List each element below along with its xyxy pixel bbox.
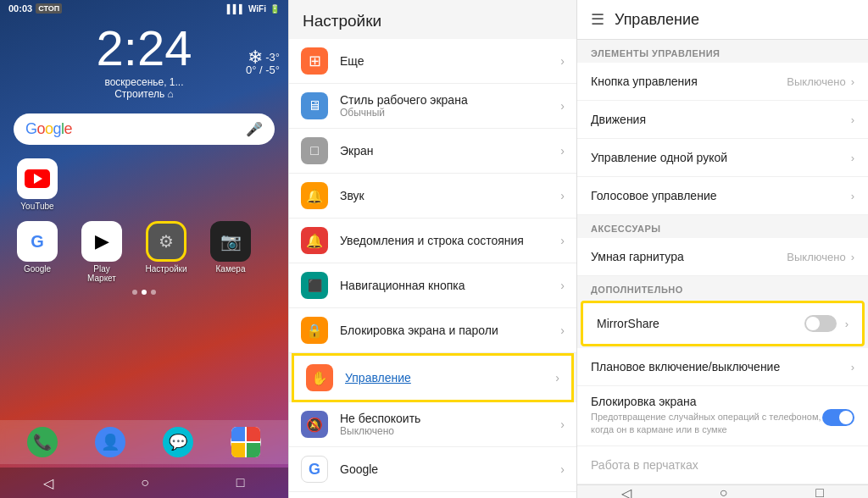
settings-icon-dnd: 🔕: [301, 411, 328, 438]
settings-sub-desktop: Обычный: [340, 107, 560, 119]
chevron-screen: ›: [560, 144, 565, 158]
mic-icon[interactable]: 🎤: [246, 121, 263, 137]
settings-label-screen: Экран: [340, 144, 374, 158]
settings-label-lock: Блокировка экрана и пароли: [340, 324, 498, 337]
control-item-gloves[interactable]: Работа в перчатках: [577, 446, 868, 484]
chevron-onehand: ›: [851, 152, 854, 164]
control-sub-lockscreen: Предотвращение случайных операций с теле…: [591, 411, 822, 437]
chevron-notif: ›: [560, 234, 565, 247]
settings-item-notifications[interactable]: 🔔 Уведомления и строка состояния ›: [289, 219, 576, 263]
settings-icon-control: ✋: [306, 364, 333, 391]
phone-screen: 00:03 СТОП ▌▌▌ WiFi 🔋 2:24 воскресенье, …: [0, 0, 288, 498]
chevron-motion: ›: [851, 113, 854, 126]
control-label-onehand: Управление одной рукой: [591, 151, 851, 164]
chevron-button: ›: [851, 75, 854, 88]
chevron-lock: ›: [560, 324, 565, 337]
recent-btn[interactable]: □: [236, 475, 245, 490]
settings-icon-sound: 🔔: [301, 182, 328, 209]
control-title: Управление: [615, 11, 699, 29]
app-grid: YouTube G Google ▶ Play Маркет ⚙ Н: [0, 145, 288, 283]
chevron-more: ›: [560, 54, 565, 68]
settings-label-control: Управление: [345, 371, 411, 385]
dock-messages[interactable]: 💬: [154, 427, 202, 457]
chevron-google: ›: [560, 462, 565, 476]
dock-contacts[interactable]: 👤: [86, 427, 134, 457]
chevron-control: ›: [555, 371, 559, 385]
settings-item-dnd[interactable]: 🔕 Не беспокоить Выключено ›: [289, 402, 576, 447]
settings-item-more[interactable]: ⊞ Еще ›: [289, 39, 576, 84]
settings-item-desktop[interactable]: 🖥 Стиль рабочего экрана Обычный ›: [289, 84, 576, 129]
nav-bar-control: ◁ ○ □: [577, 484, 868, 498]
control-item-voice[interactable]: Голосовое управление ›: [577, 177, 868, 215]
settings-item-control[interactable]: ✋ Управление ›: [292, 353, 574, 402]
control-item-onehand[interactable]: Управление одной рукой ›: [577, 139, 868, 177]
battery-icon: 🔋: [270, 4, 280, 14]
settings-label-dnd: Не беспокоить: [340, 412, 560, 425]
hamburger-icon: ☰: [591, 10, 604, 29]
search-bar[interactable]: Google 🎤: [14, 113, 275, 145]
control-label-gloves: Работа в перчатках: [591, 458, 854, 472]
home-btn-control[interactable]: ○: [720, 485, 728, 498]
section-accessories-header: АКСЕССУАРЫ: [577, 215, 868, 238]
lockscreen-row: Блокировка экрана Предотвращение случайн…: [591, 395, 854, 437]
control-label-schedule: Плановое включение/выключение: [591, 360, 851, 374]
settings-label-more: Еще: [340, 54, 364, 68]
settings-item-navbtn[interactable]: ⬛ Навигационная кнопка ›: [289, 263, 576, 308]
app-camera[interactable]: 📷 Камера: [207, 221, 254, 283]
settings-item-screen[interactable]: □ Экран ›: [289, 129, 576, 174]
chevron-navbtn: ›: [560, 279, 565, 292]
section-elements-header: ЭЛЕМЕНТЫ УПРАВЛЕНИЯ: [577, 40, 868, 63]
control-label-mirrorshare: MirrorShare: [597, 317, 804, 330]
control-item-headset[interactable]: Умная гарнитура Выключено ›: [577, 238, 868, 276]
toggle-lockscreen[interactable]: [822, 409, 854, 426]
chevron-sound: ›: [560, 189, 565, 202]
settings-label-google: Google: [340, 462, 378, 476]
chevron-mirrorshare: ›: [845, 318, 849, 330]
control-item-mirrorshare[interactable]: MirrorShare ›: [581, 301, 865, 346]
page-dots: [0, 290, 288, 295]
settings-panel: Настройки ⊞ Еще › 🖥 Стиль рабочего экран…: [288, 0, 576, 498]
control-value-headset: Выключено: [787, 251, 845, 263]
settings-label-notif: Уведомления и строка состояния: [340, 234, 524, 247]
temp-display: -3° 0° / -5°: [246, 51, 280, 76]
status-time: 00:03: [8, 3, 32, 14]
app-youtube[interactable]: YouTube: [14, 158, 61, 211]
back-btn[interactable]: ◁: [43, 475, 53, 491]
dot-2: [142, 290, 147, 295]
app-youtube-label: YouTube: [20, 202, 53, 211]
control-item-schedule[interactable]: Плановое включение/выключение ›: [577, 348, 868, 386]
control-item-lockscreen[interactable]: Блокировка экрана Предотвращение случайн…: [577, 386, 868, 446]
status-bar: 00:03 СТОП ▌▌▌ WiFi 🔋: [0, 0, 288, 17]
dot-3: [151, 290, 156, 295]
settings-item-sound[interactable]: 🔔 Звук ›: [289, 174, 576, 219]
app-settings-label: Настройки: [145, 264, 186, 274]
settings-icon-google: G: [301, 456, 328, 483]
settings-icon-notif: 🔔: [301, 227, 328, 254]
recent-btn-control[interactable]: □: [815, 485, 824, 498]
chevron-schedule: ›: [851, 361, 854, 374]
toggle-mirrorshare[interactable]: [804, 315, 837, 332]
control-label-motion: Движения: [591, 113, 851, 126]
control-item-motion[interactable]: Движения ›: [577, 101, 868, 139]
settings-item-huawei[interactable]: H Аккаунт Huawei ›: [289, 492, 576, 498]
settings-item-google[interactable]: G Google ›: [289, 447, 576, 492]
dock-phone[interactable]: 📞: [19, 427, 66, 457]
home-btn[interactable]: ○: [141, 475, 149, 490]
settings-icon-desktop: 🖥: [301, 92, 328, 119]
wifi-icon: WiFi: [248, 4, 266, 14]
signal-icon: ▌▌▌: [227, 4, 245, 14]
status-stop: СТОП: [36, 3, 62, 14]
app-settings[interactable]: ⚙ Настройки: [142, 221, 190, 283]
settings-label-sound: Звук: [340, 189, 364, 202]
settings-item-lock[interactable]: 🔒 Блокировка экрана и пароли ›: [289, 308, 576, 353]
back-btn-control[interactable]: ◁: [621, 485, 632, 498]
control-label-voice: Голосовое управление: [591, 189, 851, 202]
chevron-headset: ›: [851, 251, 854, 263]
control-item-button[interactable]: Кнопка управления Выключено ›: [577, 63, 868, 101]
dock-chrome[interactable]: [222, 427, 270, 457]
chevron-voice: ›: [851, 190, 854, 202]
app-playstore[interactable]: ▶ Play Маркет: [78, 221, 125, 283]
settings-icon-screen: □: [301, 137, 328, 164]
settings-header: Настройки: [289, 0, 576, 39]
app-google[interactable]: G Google: [14, 221, 61, 283]
